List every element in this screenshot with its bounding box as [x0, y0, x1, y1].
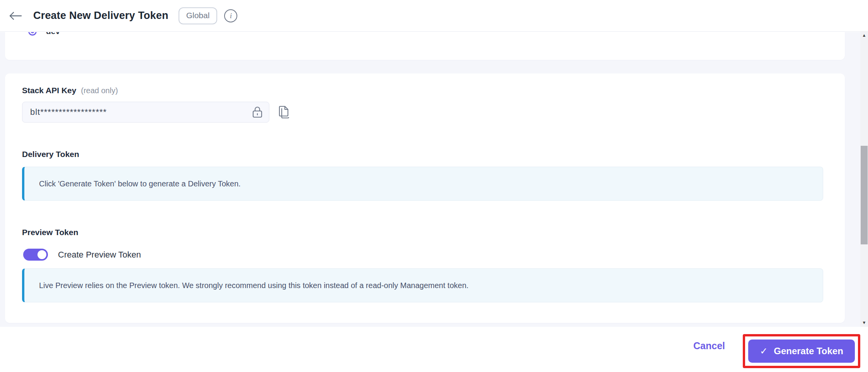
lock-icon — [252, 106, 263, 118]
token-form-card: Stack API Key (read only) — [5, 73, 845, 323]
preview-token-info-text: Live Preview relies on the Preview token… — [39, 281, 468, 290]
delivery-token-info-text: Click 'Generate Token' below to generate… — [39, 179, 241, 188]
branch-option-label: dev — [46, 32, 60, 36]
create-preview-token-toggle-label: Create Preview Token — [58, 250, 141, 260]
vertical-scrollbar[interactable]: ▲ ▼ — [860, 31, 868, 327]
copy-button[interactable] — [278, 105, 291, 119]
cancel-button[interactable]: Cancel — [693, 340, 725, 352]
modal-header: Create New Delivery Token Global i — [0, 0, 868, 32]
stack-api-key-label: Stack API Key — [22, 86, 76, 95]
scrollbar-thumb[interactable] — [861, 146, 868, 244]
scroll-region: dev Stack API Key (read only) — [0, 32, 868, 327]
back-button[interactable] — [7, 7, 24, 24]
preview-token-label: Preview Token — [22, 228, 78, 237]
page-title: Create New Delivery Token — [33, 10, 168, 22]
radio-selected-icon — [28, 32, 37, 36]
create-delivery-token-page: Create New Delivery Token Global i dev S… — [0, 0, 868, 372]
info-icon[interactable]: i — [224, 9, 237, 22]
branch-option[interactable]: dev — [28, 32, 60, 36]
copy-icon — [279, 105, 290, 119]
read-only-hint: (read only) — [81, 86, 118, 95]
generate-token-button[interactable]: ✓ Generate Token — [748, 340, 855, 363]
modal-footer: Cancel ✓ Generate Token — [0, 327, 868, 372]
stack-api-key-input[interactable] — [22, 102, 269, 123]
arrow-left-icon — [9, 11, 22, 20]
token-scope-card: dev — [5, 32, 845, 60]
generate-token-button-label: Generate Token — [774, 346, 843, 357]
delivery-token-label: Delivery Token — [22, 150, 79, 159]
toggle-knob — [37, 250, 46, 259]
create-preview-token-toggle[interactable] — [23, 249, 48, 261]
delivery-token-info-box: Click 'Generate Token' below to generate… — [22, 167, 823, 201]
scroll-up-arrow-icon[interactable]: ▲ — [860, 32, 868, 39]
check-icon: ✓ — [760, 346, 768, 357]
scope-badge: Global — [179, 7, 218, 24]
annotation-highlight-box: ✓ Generate Token — [743, 334, 860, 368]
preview-token-info-box: Live Preview relies on the Preview token… — [22, 268, 823, 302]
scroll-down-arrow-icon[interactable]: ▼ — [860, 319, 868, 326]
